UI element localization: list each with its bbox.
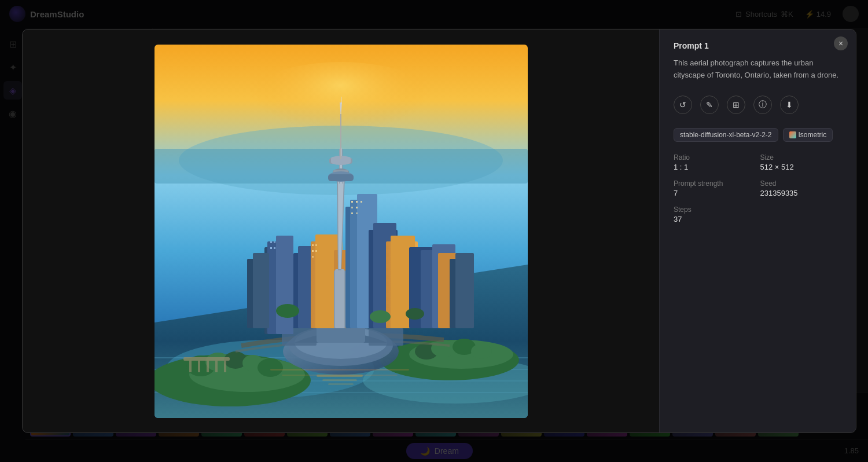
svg-rect-29 xyxy=(224,361,226,372)
info-icon: ⓘ xyxy=(759,100,767,110)
svg-rect-93 xyxy=(270,247,272,249)
svg-rect-56 xyxy=(253,253,269,328)
svg-rect-25 xyxy=(189,361,192,372)
svg-rect-85 xyxy=(328,174,354,181)
seed-item: Seed 231359335 xyxy=(760,179,843,197)
svg-rect-63 xyxy=(356,201,358,203)
svg-point-61 xyxy=(406,308,424,320)
svg-point-21 xyxy=(431,340,457,357)
modal-right-panel: Prompt 1 This aerial photograph captures… xyxy=(659,30,856,432)
close-icon: × xyxy=(838,39,843,48)
size-value: 512 × 512 xyxy=(760,163,843,171)
svg-point-59 xyxy=(276,304,299,318)
modal-image-area xyxy=(23,30,659,432)
svg-rect-97 xyxy=(328,383,354,385)
style-badge-icon xyxy=(789,131,796,138)
image-button[interactable]: ⊞ xyxy=(727,96,745,114)
svg-rect-64 xyxy=(361,201,362,203)
seed-value: 231359335 xyxy=(760,189,843,197)
action-icons-row: ↺ ✎ ⊞ ⓘ ⬇ xyxy=(674,96,842,114)
model-badge-row: stable-diffusion-xl-beta-v2-2-2 Isometri… xyxy=(674,128,842,142)
size-item: Size 512 × 512 xyxy=(760,153,843,171)
svg-rect-27 xyxy=(207,361,209,372)
download-button[interactable]: ⬇ xyxy=(780,96,799,114)
prompt-title: Prompt 1 xyxy=(674,41,842,50)
svg-point-17 xyxy=(258,358,283,377)
svg-rect-24 xyxy=(183,357,230,361)
edit-button[interactable]: ✎ xyxy=(700,96,719,114)
meta-grid: Ratio 1 : 1 Size 512 × 512 Prompt streng… xyxy=(674,153,842,223)
style-badge-label: Isometric xyxy=(799,131,827,139)
refresh-icon: ↺ xyxy=(679,100,686,109)
steps-value: 37 xyxy=(674,215,756,223)
ratio-item: Ratio 1 : 1 xyxy=(674,153,756,171)
svg-rect-70 xyxy=(335,269,344,328)
svg-rect-35 xyxy=(369,328,403,346)
steps-label: Steps xyxy=(674,206,756,214)
refresh-button[interactable]: ↺ xyxy=(674,96,692,114)
svg-rect-62 xyxy=(351,201,353,203)
modal-overlay[interactable]: × xyxy=(0,0,868,462)
svg-rect-65 xyxy=(351,207,353,208)
svg-rect-98 xyxy=(270,369,409,371)
svg-rect-81 xyxy=(341,97,341,104)
svg-rect-68 xyxy=(356,212,358,214)
ratio-label: Ratio xyxy=(674,153,756,162)
prompt-strength-label: Prompt strength xyxy=(674,179,756,188)
svg-rect-90 xyxy=(312,256,314,258)
svg-point-60 xyxy=(370,310,391,323)
model-badge[interactable]: stable-diffusion-xl-beta-v2-2-2 xyxy=(674,128,778,142)
image-icon: ⊞ xyxy=(733,100,740,109)
prompt-strength-item: Prompt strength 7 xyxy=(674,179,756,197)
download-icon: ⬇ xyxy=(786,100,793,109)
svg-rect-87 xyxy=(315,244,317,246)
svg-rect-96 xyxy=(322,379,357,381)
svg-rect-58 xyxy=(455,253,474,328)
svg-rect-91 xyxy=(270,241,272,243)
edit-icon: ✎ xyxy=(706,100,713,109)
ratio-value: 1 : 1 xyxy=(674,163,756,171)
modal-close-button[interactable]: × xyxy=(834,36,848,50)
svg-rect-99 xyxy=(282,375,398,376)
svg-rect-38 xyxy=(276,236,293,334)
svg-rect-88 xyxy=(312,250,314,252)
prompt-text: This aerial photograph captures the urba… xyxy=(674,57,842,82)
svg-rect-66 xyxy=(356,207,358,208)
svg-rect-94 xyxy=(274,247,275,249)
seed-label: Seed xyxy=(760,179,843,188)
svg-rect-89 xyxy=(315,250,317,252)
svg-rect-28 xyxy=(215,361,218,372)
steps-item: Steps 37 xyxy=(674,206,756,223)
svg-rect-67 xyxy=(351,212,353,214)
prompt-strength-value: 7 xyxy=(674,189,756,197)
svg-rect-78 xyxy=(340,114,341,159)
style-badge[interactable]: Isometric xyxy=(783,128,833,142)
info-button[interactable]: ⓘ xyxy=(753,96,772,114)
svg-rect-86 xyxy=(312,244,314,246)
image-detail-modal: × xyxy=(22,29,856,433)
svg-rect-92 xyxy=(274,241,275,243)
size-label: Size xyxy=(760,153,843,162)
svg-rect-26 xyxy=(198,361,200,372)
city-image-svg xyxy=(155,45,528,418)
svg-point-23 xyxy=(471,344,492,359)
city-image xyxy=(155,45,528,418)
